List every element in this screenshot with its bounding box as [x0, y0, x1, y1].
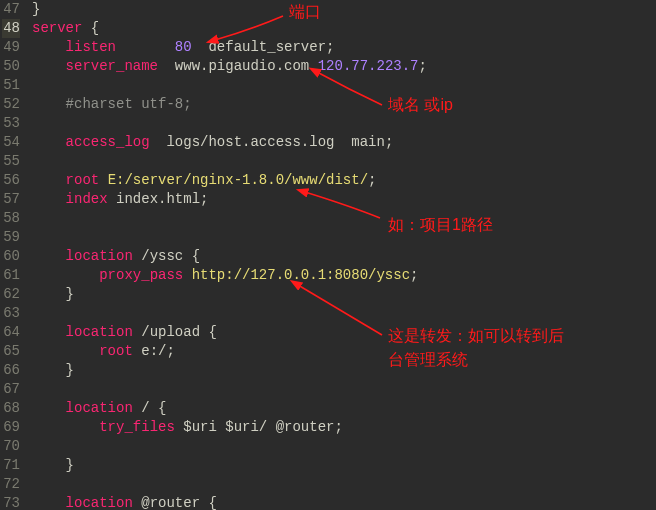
- line-number-gutter: 4748495051525354555657585960616263646566…: [0, 0, 26, 510]
- code-line: location @router {: [32, 494, 656, 510]
- line-number: 53: [2, 114, 20, 133]
- line-number: 50: [2, 57, 20, 76]
- code-line: }: [32, 285, 656, 304]
- code-line: [32, 209, 656, 228]
- line-number: 54: [2, 133, 20, 152]
- line-number: 61: [2, 266, 20, 285]
- line-number: 57: [2, 190, 20, 209]
- code-line: #charset utf-8;: [32, 95, 656, 114]
- line-number: 72: [2, 475, 20, 494]
- code-editor: 4748495051525354555657585960616263646566…: [0, 0, 656, 510]
- line-number: 47: [2, 0, 20, 19]
- line-number: 64: [2, 323, 20, 342]
- line-number: 67: [2, 380, 20, 399]
- line-number: 52: [2, 95, 20, 114]
- code-line: }: [32, 456, 656, 475]
- line-number: 60: [2, 247, 20, 266]
- code-line: location /yssc {: [32, 247, 656, 266]
- code-line: [32, 380, 656, 399]
- code-line: location / {: [32, 399, 656, 418]
- line-number: 65: [2, 342, 20, 361]
- line-number: 59: [2, 228, 20, 247]
- code-line: location /upload {: [32, 323, 656, 342]
- line-number: 66: [2, 361, 20, 380]
- line-number: 49: [2, 38, 20, 57]
- code-line: [32, 304, 656, 323]
- code-line: root E:/server/nginx-1.8.0/www/dist/;: [32, 171, 656, 190]
- code-line: }: [32, 0, 656, 19]
- code-line: root e:/;: [32, 342, 656, 361]
- code-line: listen 80 default_server;: [32, 38, 656, 57]
- code-line: [32, 475, 656, 494]
- code-line: [32, 76, 656, 95]
- code-area: }server { listen 80 default_server; serv…: [26, 0, 656, 510]
- code-line: proxy_pass http://127.0.0.1:8080/yssc;: [32, 266, 656, 285]
- line-number: 58: [2, 209, 20, 228]
- code-line: [32, 152, 656, 171]
- code-line: }: [32, 361, 656, 380]
- code-line: [32, 228, 656, 247]
- line-number: 62: [2, 285, 20, 304]
- line-number: 69: [2, 418, 20, 437]
- line-number: 48: [2, 19, 20, 38]
- code-line: server_name www.pigaudio.com 120.77.223.…: [32, 57, 656, 76]
- code-line: index index.html;: [32, 190, 656, 209]
- line-number: 55: [2, 152, 20, 171]
- line-number: 63: [2, 304, 20, 323]
- line-number: 56: [2, 171, 20, 190]
- line-number: 73: [2, 494, 20, 510]
- line-number: 51: [2, 76, 20, 95]
- code-line: server {: [32, 19, 656, 38]
- line-number: 70: [2, 437, 20, 456]
- line-number: 68: [2, 399, 20, 418]
- code-line: try_files $uri $uri/ @router;: [32, 418, 656, 437]
- code-line: [32, 114, 656, 133]
- code-line: access_log logs/host.access.log main;: [32, 133, 656, 152]
- line-number: 71: [2, 456, 20, 475]
- code-line: [32, 437, 656, 456]
